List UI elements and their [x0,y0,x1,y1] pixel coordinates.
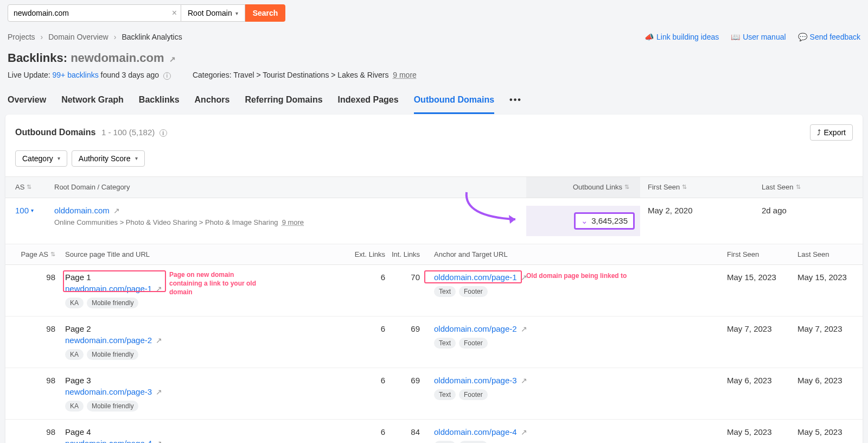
source-url[interactable]: newdomain.com/page-1 ↗ [65,284,162,293]
badges: KAMobile friendly [65,401,347,412]
badge: KA [65,349,84,360]
tag: Footer [459,389,488,400]
export-label: Export [824,128,846,137]
export-button[interactable]: ⤴Export [810,124,853,141]
panel-title-text: Outbound Domains [15,128,95,137]
external-link-icon[interactable]: ↗ [169,55,176,64]
first-seen: May 15, 2023 [727,273,797,282]
int-links: 69 [385,324,429,333]
breadcrumb: Projects › Domain Overview › Backlink An… [8,33,182,41]
col-int[interactable]: Int. Links [385,250,429,258]
sort-icon: ⇅ [624,183,629,191]
domain-table: AS⇅ Root Domain / Category Outbound Link… [5,176,863,444]
tab-overview[interactable]: Overview [8,95,46,114]
col-outbound[interactable]: Outbound Links⇅ [526,177,640,198]
page-row: 98 Page 2 newdomain.com/page-2 ↗ KAMobil… [5,317,863,368]
col-label: First Seen [648,183,680,191]
tag: Text [434,441,456,444]
info-icon[interactable]: i [163,72,171,80]
col-fs2[interactable]: First Seen [727,250,797,258]
badges: KAMobile friendly [65,349,347,360]
tab-anchors[interactable]: Anchors [195,95,230,114]
external-link-icon: ↗ [113,206,120,215]
domain-cell: olddomain.com ↗ Online Communities > Pho… [49,206,526,226]
anchor-tags: TextFooter [434,338,727,349]
outbound-cell: ⌄ 3,645,235 [526,206,640,236]
tab-referring-domains[interactable]: Referring Domains [245,95,322,114]
more-tabs[interactable]: ••• [509,95,522,114]
title-domain: newdomain.com [71,51,164,65]
source-url[interactable]: newdomain.com/page-2 ↗ [65,336,162,345]
page-title: Page 1 [65,273,347,282]
search-wrap: × [8,4,181,22]
search-button[interactable]: Search [245,4,286,22]
sort-icon: ⇅ [796,183,801,191]
page-title: Page 3 [65,376,347,385]
tab-backlinks[interactable]: Backlinks [139,95,180,114]
tab-outbound-domains[interactable]: Outbound Domains [414,95,494,114]
as-text: 100 [15,206,29,215]
outbound-highlight[interactable]: ⌄ 3,645,235 [574,212,635,230]
link-building-link[interactable]: 📣Link building ideas [644,33,719,41]
last-seen-cell: 2d ago [754,206,863,215]
anchor-tags: TextFooter [434,286,727,297]
col-anchor[interactable]: Anchor and Target URL [429,250,727,258]
outbound-value: 3,645,235 [591,216,628,225]
breadcrumb-item[interactable]: Projects [8,33,35,41]
ext-links: 6 [347,324,385,333]
col-first-seen[interactable]: First Seen⇅ [640,183,754,191]
col-root[interactable]: Root Domain / Category [49,183,526,191]
meta-row: Live Update: 99+ backlinks found 3 days … [8,71,860,80]
tab-indexed-pages[interactable]: Indexed Pages [338,95,399,114]
col-last-seen[interactable]: Last Seen⇅ [754,183,863,191]
col-page-as[interactable]: Page AS⇅ [5,250,60,258]
filter-label: Category [22,154,53,163]
filter-label: Authority Score [79,154,131,163]
anchor-url[interactable]: olddomain.com/page-1 ↗ [434,273,527,282]
as-value[interactable]: 100▾ [5,206,49,215]
categories: Categories: Travel > Tourist Destination… [193,71,417,79]
external-link-icon: ↗ [521,428,527,436]
col-as[interactable]: AS⇅ [5,183,49,191]
user-manual-link[interactable]: 📖User manual [731,33,786,41]
sort-icon: ⇅ [50,251,55,258]
col-label: Outbound Links [573,183,622,191]
chevron-right-icon: › [114,33,117,41]
page-as: 98 [5,324,60,333]
info-icon[interactable]: i [159,129,167,137]
tag: Text [434,286,456,297]
categories-more[interactable]: 9 more [393,71,417,79]
breadcrumb-item[interactable]: Domain Overview [48,33,108,41]
search-input[interactable] [8,4,181,22]
col-ext[interactable]: Ext. Links [347,250,385,258]
source-url[interactable]: newdomain.com/page-3 ↗ [65,387,162,396]
external-link-icon: ↗ [521,325,527,333]
anchor-url[interactable]: olddomain.com/page-4 ↗ [434,427,527,436]
int-links: 69 [385,376,429,385]
anchor-cell: olddomain.com/page-2 ↗ TextFooter [429,324,727,349]
anchor-url[interactable]: olddomain.com/page-3 ↗ [434,376,527,385]
first-seen: May 5, 2023 [727,427,797,436]
col-source[interactable]: Source page Title and URL [60,250,347,258]
cats-more[interactable]: 9 more [282,218,304,226]
scope-label: Root Domain [188,9,232,17]
category-filter[interactable]: Category▾ [15,150,67,167]
scope-dropdown[interactable]: Root Domain▾ [181,4,245,22]
ext-links: 6 [347,273,385,282]
page-row: 98 Page 4 newdomain.com/page-4 ↗ KAMobil… [5,420,863,444]
live-update-link[interactable]: 99+ backlinks [53,71,99,79]
pages-header: Page AS⇅ Source page Title and URL Ext. … [5,244,863,265]
clear-icon[interactable]: × [172,8,177,18]
tag: Text [434,338,456,349]
source-cell: Page 2 newdomain.com/page-2 ↗ KAMobile f… [60,324,347,360]
authority-filter[interactable]: Authority Score▾ [72,150,145,167]
badge: KA [65,401,84,412]
send-feedback-link[interactable]: 💬Send feedback [798,33,860,41]
col-ls2[interactable]: Last Seen [797,250,863,258]
anchor-url[interactable]: olddomain.com/page-2 ↗ [434,324,527,333]
tab-network-graph[interactable]: Network Graph [61,95,124,114]
upload-icon: ⤴ [817,128,821,137]
source-url[interactable]: newdomain.com/page-4 ↗ [65,439,162,444]
domain-link[interactable]: olddomain.com ↗ [54,206,120,215]
chevron-down-icon: ⌄ [581,216,588,226]
